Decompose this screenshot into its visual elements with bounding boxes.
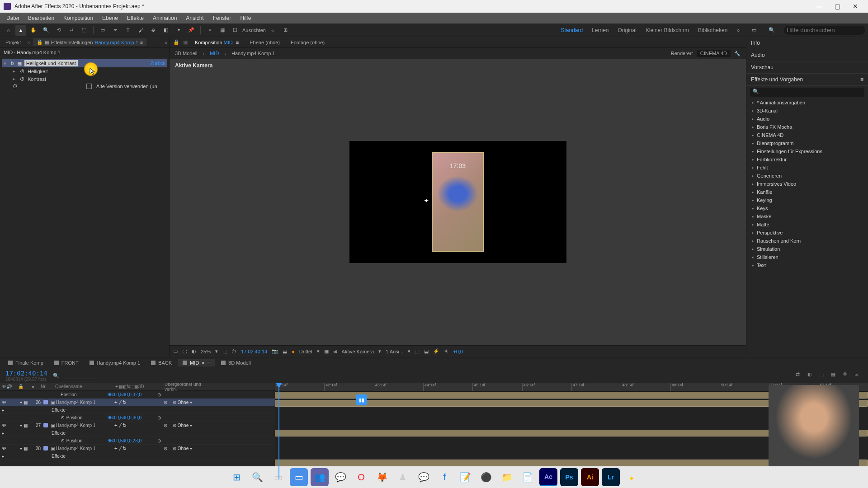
timeline-tab[interactable]: Finale Komp: [4, 359, 48, 366]
menu-ansicht[interactable]: Ansicht: [181, 15, 208, 21]
menu-animation[interactable]: Animation: [148, 15, 181, 21]
timeline-tab[interactable]: FRONT: [50, 359, 83, 366]
effect-category[interactable]: ▸Keying: [746, 196, 868, 204]
chevron-down-icon[interactable]: ▾: [378, 348, 381, 354]
nav-comp1[interactable]: Handy.mp4 Komp 1: [231, 51, 275, 56]
legacy-checkbox[interactable]: [86, 84, 92, 89]
explorer-icon[interactable]: ▭: [290, 468, 308, 486]
mesh-tool[interactable]: ▦: [217, 25, 228, 36]
expand-icon[interactable]: ▸: [13, 76, 17, 82]
viewport[interactable]: Aktive Kamera 17:03 ✦: [170, 59, 746, 345]
exposure-icon[interactable]: ☀: [444, 348, 448, 354]
teams-icon[interactable]: 👥: [311, 468, 329, 486]
effect-category[interactable]: ▸Farbkorrektur: [746, 155, 868, 164]
menu-effekte[interactable]: Effekte: [123, 15, 148, 21]
align-check[interactable]: ☐: [230, 25, 241, 36]
illustrator-icon[interactable]: Ai: [581, 468, 599, 486]
messenger-icon[interactable]: 💬: [415, 468, 433, 486]
chevron-down-icon[interactable]: ▾: [408, 348, 410, 354]
timeline-tab[interactable]: MID × ≡: [178, 359, 215, 366]
effect-category[interactable]: ▸Matte: [746, 221, 868, 229]
reset-link[interactable]: Zurück: [150, 61, 165, 66]
nav-3dmodel[interactable]: 3D Modell: [175, 51, 198, 56]
panel-menu-icon[interactable]: ≡: [236, 40, 239, 45]
anchor-icon[interactable]: ✦: [424, 197, 429, 204]
expand-icon[interactable]: »: [165, 40, 167, 45]
hand-tool[interactable]: ✋: [28, 25, 39, 36]
exposure-value[interactable]: +0,0: [453, 349, 463, 354]
effect-category[interactable]: ▸Simulation: [746, 245, 868, 253]
snap-tool[interactable]: ⟐: [268, 25, 278, 36]
text-tool[interactable]: T: [123, 25, 133, 36]
clone-tool[interactable]: ⬙: [148, 25, 159, 36]
layer-color-icon[interactable]: [43, 446, 48, 450]
panel-menu-icon[interactable]: ≡: [140, 40, 143, 45]
effect-category[interactable]: ▸Stilisieren: [746, 253, 868, 261]
nav-back-icon[interactable]: ‹: [224, 51, 226, 56]
pen-tool[interactable]: ✒: [110, 25, 121, 36]
puppet-tool[interactable]: 📌: [186, 25, 197, 36]
camera-dropdown[interactable]: Aktive Kamera: [342, 349, 374, 354]
timecode-display[interactable]: 17:02:40:14: [241, 349, 267, 354]
blend-icon[interactable]: ⇄: [796, 371, 804, 380]
effect-category[interactable]: ▸Kanäle: [746, 188, 868, 196]
timeline-tab[interactable]: 3D Modell: [217, 359, 255, 366]
esp-icon[interactable]: ⬥: [623, 468, 641, 486]
ws-original[interactable]: Original: [618, 27, 637, 33]
layer-tab[interactable]: Ebene (ohne): [246, 39, 283, 46]
opera-icon[interactable]: O: [352, 468, 370, 486]
photoshop-icon[interactable]: Ps: [560, 468, 578, 486]
region-icon[interactable]: ⬓: [283, 348, 287, 354]
comp-link[interactable]: MID: [224, 40, 233, 45]
effect-category[interactable]: ▸Boris FX Mocha: [746, 123, 868, 131]
lock-icon[interactable]: 🔒: [173, 39, 179, 45]
brush-tool[interactable]: 🖌: [135, 25, 146, 36]
effect-category[interactable]: ▸Perspektive: [746, 229, 868, 237]
effect-category[interactable]: ▸Fehlt: [746, 164, 868, 172]
effect-category[interactable]: ▸Audio: [746, 115, 868, 123]
menu-bearbeiten[interactable]: Bearbeiten: [24, 15, 59, 21]
stopwatch-icon[interactable]: ⏱: [13, 84, 18, 89]
minimize-button[interactable]: —: [810, 0, 828, 13]
views-dropdown[interactable]: 1 Ansi...: [386, 349, 403, 354]
close-button[interactable]: ✕: [846, 0, 864, 13]
layer-row[interactable]: 👁▾ ▦26▣ Handy.mp4 Komp 1✦ ╱ fx⊙⊘ Ohne ▾: [0, 399, 275, 406]
fx-mask-icon[interactable]: ▦: [17, 61, 22, 66]
effect-brightness-contrast[interactable]: ▾ fx ▦ Helligkeit und Kontrast Zurück: [2, 59, 167, 67]
effect-category[interactable]: ▸Text: [746, 261, 868, 269]
taskview-button[interactable]: ▭: [269, 468, 287, 486]
effects-search[interactable]: [750, 88, 864, 97]
res-icon[interactable]: ⬚: [222, 348, 227, 354]
facebook-icon[interactable]: f: [435, 468, 453, 486]
fast-icon[interactable]: ⚡: [433, 348, 439, 354]
ws-layout-icon[interactable]: ▭: [749, 25, 760, 36]
effect-settings-tab[interactable]: 🔒 ▦ Effekteinstellungen Handy.mp4 Komp 1…: [33, 38, 147, 46]
ws-bibliotheken[interactable]: Bibliotheken: [698, 27, 727, 33]
composition-tab[interactable]: Komposition MID ≡: [191, 39, 242, 46]
after-effects-icon[interactable]: Ae: [539, 468, 557, 486]
property-row[interactable]: ⏱ Position960,0,540,0,28,0⊙: [0, 437, 275, 445]
param-kontrast[interactable]: ▸ ⏱ Kontrast: [2, 75, 167, 83]
rotate-tool[interactable]: ⤾: [66, 25, 77, 36]
expand-icon[interactable]: ▸: [13, 68, 17, 74]
lightroom-icon[interactable]: Lr: [602, 468, 620, 486]
zoom-tool[interactable]: 🔍: [41, 25, 52, 36]
effect-category[interactable]: ▸Einstellungen für Expressions: [746, 147, 868, 155]
channel-icon[interactable]: ●: [292, 349, 295, 354]
quality-dropdown[interactable]: Drittel: [299, 349, 312, 354]
selection-tool[interactable]: ▲: [15, 25, 26, 36]
effect-category[interactable]: ▸Immersives Video: [746, 180, 868, 188]
group-row[interactable]: ▸Effekte: [0, 406, 275, 414]
search-button[interactable]: 🔍: [248, 468, 266, 486]
layer-color-icon[interactable]: [43, 400, 48, 404]
group-row[interactable]: ▸Effekte: [0, 429, 275, 437]
col-parent[interactable]: Übergeordnet und verkn.: [165, 383, 210, 392]
group-row[interactable]: ▸Effekte: [0, 452, 275, 460]
nav-mid[interactable]: MID: [210, 51, 219, 56]
preview-panel[interactable]: Vorschau: [746, 61, 868, 74]
whatsapp-icon[interactable]: 💬: [331, 468, 349, 486]
folder-icon[interactable]: 📁: [498, 468, 516, 486]
info-panel[interactable]: Info: [746, 37, 868, 49]
timeline-tab[interactable]: BACK: [146, 359, 176, 366]
ws-lernen[interactable]: Lernen: [592, 27, 609, 33]
